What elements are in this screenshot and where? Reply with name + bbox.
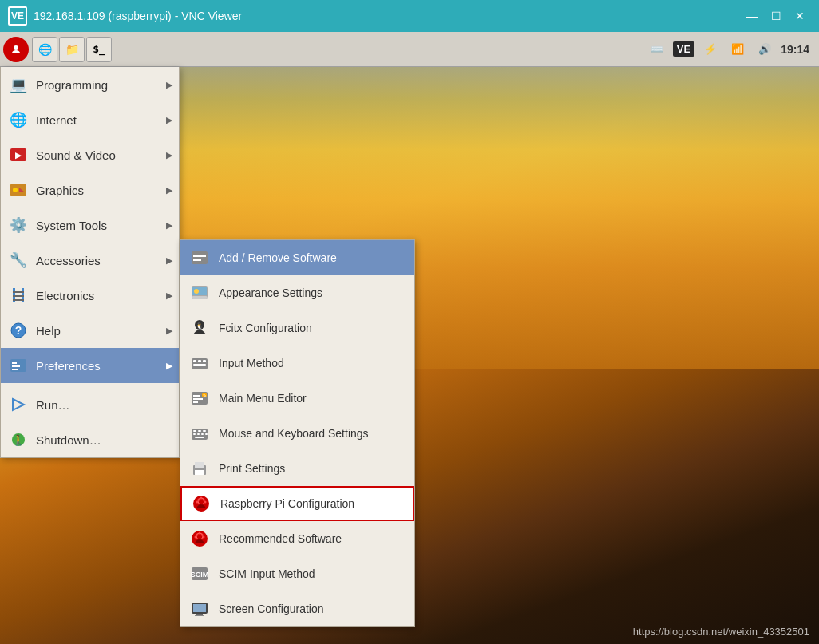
arrow-icon: ▶ (166, 255, 172, 266)
submenu-item-raspberry-config[interactable]: Raspberry Pi Configuration (180, 486, 414, 521)
vnc-icon: VE (8, 6, 27, 26)
title-bar: VE 192.168.1.109 (raspberrypi) - VNC Vie… (0, 0, 819, 32)
svg-text:SCIM: SCIM (191, 571, 209, 579)
bluetooth-icon[interactable]: ⚡ (699, 38, 722, 61)
wifi-icon[interactable]: 📶 (726, 38, 749, 61)
svg-rect-48 (205, 433, 208, 435)
menu-item-sound-video[interactable]: ▶ Sound & Video ▶ (1, 137, 179, 172)
svg-rect-16 (12, 369, 18, 370)
svg-rect-9 (13, 295, 24, 297)
svg-point-1 (14, 45, 18, 50)
menu-label-internet: Internet (36, 113, 166, 127)
system-tools-icon: ⚙️ (7, 214, 30, 236)
menu-item-internet[interactable]: 🌐 Internet ▶ (1, 102, 179, 137)
sound-icon: ▶ (7, 144, 30, 166)
svg-point-63 (196, 534, 199, 536)
scim-icon: SCIM (188, 563, 211, 585)
svg-rect-15 (12, 365, 20, 367)
svg-point-57 (203, 499, 205, 501)
menu-label-system-tools: System Tools (36, 219, 166, 232)
submenu-item-scim[interactable]: SCIM SCIM Input Method (180, 556, 414, 591)
arrow-icon: ▶ (166, 150, 172, 160)
menu-item-preferences[interactable]: Preferences ▶ (1, 348, 179, 383)
minimize-button[interactable]: — (741, 5, 763, 27)
clock: 19:14 (781, 43, 809, 56)
folder-button[interactable]: 📁 (59, 37, 85, 62)
keyboard-icon[interactable]: ⌨️ (646, 38, 668, 61)
svg-rect-52 (195, 470, 204, 475)
svg-rect-73 (195, 615, 204, 616)
taskbar-right: ⌨️ VE ⚡ 📶 🔊 19:14 (646, 38, 816, 61)
arrow-icon: ▶ (166, 290, 172, 301)
svg-rect-45 (193, 433, 196, 435)
vnc-window: VE 192.168.1.109 (raspberrypi) - VNC Vie… (0, 0, 819, 644)
menu-item-electronics[interactable]: Electronics ▶ (1, 278, 179, 313)
electronics-icon (7, 284, 30, 306)
submenu-item-input-method[interactable]: Input Method (180, 346, 414, 381)
menu-item-accessories[interactable]: 🔧 Accessories ▶ (1, 243, 179, 278)
maximize-button[interactable]: ☐ (765, 5, 787, 27)
programming-icon: 💻 (7, 73, 30, 96)
submenu-item-add-remove[interactable]: Add / Remove Software (180, 240, 414, 275)
svg-rect-49 (195, 437, 204, 438)
start-button[interactable] (3, 37, 29, 62)
submenu-item-recommended[interactable]: Recommended Software (180, 521, 414, 556)
menu-label-accessories: Accessories (36, 254, 166, 267)
recommended-icon (188, 527, 211, 550)
desktop: 🌐 📁 $_ ⌨️ VE ⚡ 📶 🔊 19:14 💻 Programmi (0, 32, 819, 644)
accessories-icon: 🔧 (7, 249, 30, 271)
menu-item-shutdown[interactable]: 🚶 Shutdown… (1, 422, 179, 457)
submenu-label-recommended: Recommended Software (219, 532, 342, 545)
submenu-item-print[interactable]: Print Settings (180, 451, 414, 486)
svg-rect-72 (196, 614, 203, 615)
menu-item-graphics[interactable]: Graphics ▶ (1, 172, 179, 207)
submenu-item-screen-config[interactable]: Screen Configuration (180, 591, 414, 626)
submenu-item-mouse-keyboard[interactable]: Mouse and Keyboard Settings (180, 416, 414, 451)
submenu-item-fcitx[interactable]: 🐧 Fcitx Configuration (180, 310, 414, 346)
main-menu: 💻 Programming ▶ 🌐 Internet ▶ ▶ (0, 67, 180, 458)
svg-point-65 (199, 532, 201, 535)
arrow-icon: ▶ (166, 185, 172, 196)
close-button[interactable]: ✕ (789, 5, 811, 27)
volume-icon[interactable]: 🔊 (754, 38, 776, 61)
taskbar: 🌐 📁 $_ ⌨️ VE ⚡ 📶 🔊 19:14 (0, 32, 819, 67)
menu-item-system-tools[interactable]: ⚙️ System Tools ▶ (1, 207, 179, 243)
submenu-item-appearance[interactable]: Appearance Settings (180, 275, 414, 310)
svg-point-64 (201, 534, 204, 536)
svg-rect-8 (13, 291, 24, 293)
svg-text:?: ? (15, 324, 22, 337)
raspberry-config-icon (190, 492, 212, 515)
menu-label-sound-video: Sound & Video (36, 148, 166, 162)
screen-config-icon (188, 598, 211, 620)
svg-rect-22 (193, 255, 206, 257)
menu-label-preferences: Preferences (36, 359, 166, 373)
svg-rect-14 (12, 362, 17, 364)
svg-point-59 (196, 501, 199, 504)
menu-container: 💻 Programming ▶ 🌐 Internet ▶ ▶ (0, 67, 180, 458)
svg-rect-33 (203, 360, 206, 362)
submenu-label-mouse-keyboard: Mouse and Keyboard Settings (219, 427, 369, 440)
terminal-button[interactable]: $_ (86, 37, 112, 62)
menu-item-programming[interactable]: 💻 Programming ▶ (1, 67, 179, 102)
add-remove-icon (188, 247, 211, 269)
window-controls: — ☐ ✕ (741, 5, 811, 27)
window-title: 192.168.1.109 (raspberrypi) - VNC Viewer (34, 10, 741, 22)
menu-item-run[interactable]: Run… (1, 387, 179, 422)
watermark: https://blog.csdn.net/weixin_43352501 (633, 626, 809, 638)
menu-label-programming: Programming (36, 78, 166, 92)
submenu-item-main-menu-editor[interactable]: ✎ Main Menu Editor (180, 381, 414, 416)
svg-point-26 (194, 289, 199, 294)
preferences-arrow-icon: ▶ (166, 361, 172, 371)
menu-divider (1, 385, 179, 385)
svg-rect-42 (193, 430, 196, 432)
shutdown-icon: 🚶 (7, 429, 30, 451)
submenu-label-scim: SCIM Input Method (219, 567, 315, 580)
svg-rect-34 (193, 364, 206, 366)
menu-item-help[interactable]: ? Help ▶ (1, 313, 179, 348)
arrow-icon: ▶ (166, 80, 172, 90)
print-icon (188, 457, 211, 480)
arrow-icon: ▶ (166, 115, 172, 125)
svg-point-66 (195, 536, 197, 539)
globe-button[interactable]: 🌐 (32, 37, 57, 62)
ve-icon[interactable]: VE (673, 41, 694, 57)
